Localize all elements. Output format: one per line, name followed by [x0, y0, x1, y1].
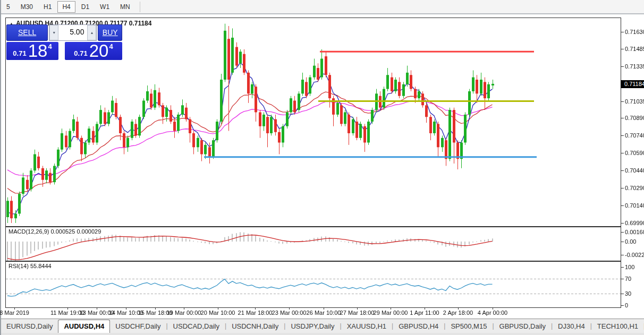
rsi-label: RSI(14) 55.8444 — [9, 263, 52, 269]
price-axis-label: 0.70290 — [625, 185, 644, 191]
sell-price-prefix: 0.71 — [13, 49, 26, 57]
one-click-trade-panel: SELL ▾ 5.00 ▴ BUY 0.71 18 4 0.71 20 4 — [6, 24, 122, 60]
terminal-window: 5M30H1H4D1W1MN ▲AUDUSD,H4 0.71200 0.7120… — [0, 0, 644, 335]
volume-stepper: ▾ 5.00 ▴ — [49, 24, 97, 41]
date-axis-label: 2 Apr 18:00 — [443, 310, 473, 316]
date-axis-label: 1 Apr 11:00 — [410, 310, 439, 316]
volume-increase-icon[interactable]: ▴ — [87, 25, 96, 40]
date-axis-label: 26 Mar 10:00 — [307, 310, 341, 316]
price-axis-label: 0.71035 — [625, 98, 644, 105]
buy-price-display[interactable]: 0.71 20 4 — [65, 42, 122, 60]
rsi-axis-label: 0 — [625, 302, 628, 308]
date-axis-label: 4 Apr 00:00 — [478, 310, 507, 316]
price-axis-label: 0.71630 — [625, 29, 644, 35]
buy-price-big: 20 — [89, 43, 109, 59]
buy-button[interactable]: BUY — [98, 24, 122, 41]
price-axis-label: 0.70590 — [625, 150, 644, 156]
macd-axis-label: 0.00 — [625, 238, 636, 245]
price-axis-label: 0.70140 — [625, 202, 644, 209]
rsi-axis-label: 70 — [625, 276, 631, 282]
price-axis-label: 0.71335 — [625, 63, 644, 70]
sell-price-sup: 4 — [48, 42, 52, 50]
date-axis-label: 27 Mar 18:00 — [340, 310, 375, 316]
price-axis-label: 0.69990 — [625, 220, 644, 226]
macd-axis-label: 0.001605 — [625, 229, 644, 235]
macd-axis-label: -0.002235 — [625, 252, 644, 258]
date-axis-label: 23 Mar 00:00 — [272, 310, 307, 316]
date-axis-label: 20 Mar 10:00 — [201, 310, 235, 316]
rsi-axis-label: 30 — [625, 290, 631, 297]
sell-button-label: SELL — [18, 28, 36, 37]
buy-price-sup: 4 — [109, 42, 113, 50]
volume-input[interactable]: 5.00 — [58, 25, 87, 40]
current-price-badge: 0.71184 — [621, 80, 644, 88]
buy-button-label: BUY — [103, 28, 118, 37]
price-axis-label: 0.70740 — [625, 132, 644, 139]
price-axis-label: 0.71485 — [625, 46, 644, 52]
date-axis-label: 19 Mar 00:00 — [167, 310, 201, 316]
price-axis-label: 0.70440 — [625, 167, 644, 174]
volume-decrease-icon[interactable]: ▾ — [49, 25, 58, 40]
rsi-axis-label: 100 — [625, 264, 634, 270]
buy-price-prefix: 0.71 — [74, 49, 87, 57]
sell-price-big: 18 — [28, 43, 48, 59]
sell-button[interactable]: SELL — [6, 24, 48, 41]
sell-price-display[interactable]: 0.71 18 4 — [6, 42, 58, 60]
date-axis-label: 8 Mar 2019 — [0, 310, 29, 316]
date-axis-label: 29 Mar 00:00 — [374, 310, 408, 316]
macd-label: MACD(12,26,9) 0.000525 0.000029 — [9, 228, 101, 235]
date-axis-label: 21 Mar 18:00 — [238, 310, 273, 316]
price-axis-label: 0.70890 — [625, 115, 644, 121]
